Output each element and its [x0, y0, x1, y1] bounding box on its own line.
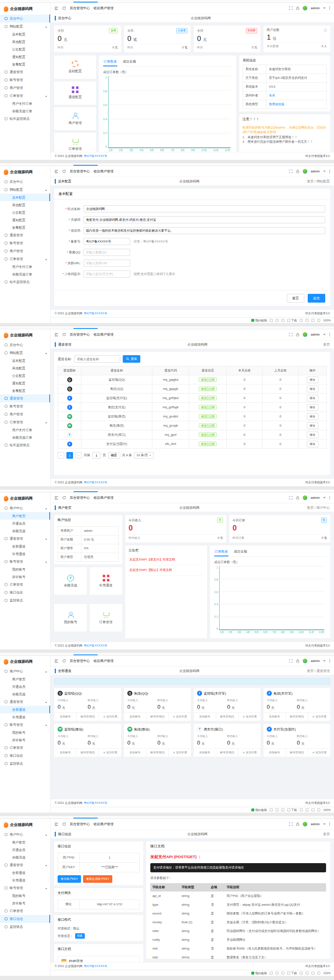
user-menu[interactable]: admin [311, 169, 320, 173]
sidebar-item[interactable]: 后台中心 [0, 178, 50, 186]
sidebar-item[interactable]: 商户中心 ▲ [0, 504, 50, 512]
channel-search-input[interactable] [74, 355, 120, 363]
sidebar-item[interactable]: 常用通道 [0, 550, 50, 558]
toolbar-icon[interactable] [270, 972, 273, 975]
toolbar-icon[interactable] [317, 972, 320, 975]
logo[interactable]: 企业猫源码网 [0, 819, 50, 831]
sidebar-item[interactable]: 开通会员 [0, 520, 50, 527]
sidebar-item[interactable]: 全部通道 [0, 543, 50, 550]
more-dots-icon[interactable] [329, 822, 330, 826]
toolbar-icon[interactable] [306, 319, 309, 322]
more-dots-icon[interactable] [329, 6, 330, 10]
toolbar-icon[interactable] [306, 808, 309, 811]
set-favorite-link[interactable]: ★ 设为常用 [238, 713, 261, 721]
logo[interactable]: 企业猫源码网 [0, 329, 50, 341]
chart-tab[interactable]: 成交金额 [122, 58, 137, 66]
menu-collapse-icon[interactable] [54, 659, 58, 663]
fullscreen-icon[interactable] [289, 496, 293, 500]
fullscreen-icon[interactable] [289, 333, 293, 336]
avatar[interactable] [303, 822, 307, 826]
sidebar-item[interactable]: 接口信息 [0, 589, 50, 596]
sidebar-item[interactable]: 通道管理 ▲ [0, 861, 50, 869]
next-page-button[interactable]: › [75, 452, 82, 459]
sidebar-item[interactable]: 余额充值订单 [0, 107, 50, 115]
sidebar-item[interactable]: 商户首页 [0, 839, 50, 846]
sidebar-item[interactable]: 我的账号 [0, 566, 50, 573]
edit-button[interactable]: 修改 [307, 404, 319, 411]
more-dots-icon[interactable] [329, 496, 330, 500]
logo[interactable]: 企业猫源码网 [0, 3, 50, 15]
php-doc-item[interactable]: PHP PHP语言 [58, 956, 140, 962]
download-icon[interactable] [287, 808, 290, 811]
sidebar-item[interactable]: 开通会员 [0, 846, 50, 854]
chart-tab[interactable]: 订单数量 [103, 58, 117, 66]
avatar[interactable] [303, 6, 307, 10]
logo[interactable]: 企业猫源码网 [0, 166, 50, 178]
edit-button[interactable]: 修改 [307, 413, 319, 420]
sidebar-item[interactable]: 基本配置 [0, 194, 50, 201]
toolbar-icon[interactable] [276, 319, 278, 322]
icp-link[interactable]: 粤ICP备XXXXX号 [84, 480, 107, 485]
lock-icon[interactable] [296, 6, 299, 10]
icp-link[interactable]: 粤ICP备XXXXX号 [84, 801, 107, 805]
sidebar-item[interactable]: 我的账号 [0, 729, 50, 736]
field-input[interactable] [84, 249, 130, 256]
tab-merchant-manage[interactable]: 收款商户管理 [94, 822, 114, 826]
sidebar-item[interactable]: 通道管理 [0, 68, 50, 76]
set-favorite-link[interactable]: ★ 设为常用 [169, 713, 191, 721]
sidebar-item[interactable]: 订单管理 [0, 744, 50, 752]
manage-account-link[interactable]: 账号管理(0) [77, 749, 99, 757]
lock-icon[interactable] [296, 822, 299, 826]
sidebar-item[interactable]: 网站配置 ▲ [0, 186, 50, 194]
manage-account-link[interactable]: 账号管理(0) [286, 713, 309, 721]
sidebar-item[interactable]: 其他配置 [0, 38, 50, 45]
lock-icon[interactable] [296, 169, 299, 173]
menu-collapse-icon[interactable] [54, 496, 58, 500]
icp-link[interactable]: 粤ICP备XXXXX号 [84, 154, 107, 158]
sidebar-item[interactable]: 商户首页 [0, 512, 50, 520]
user-menu[interactable]: admin [311, 333, 320, 336]
icp-link[interactable]: 粤ICP备XXXXX号 [84, 964, 107, 968]
lock-icon[interactable] [296, 333, 299, 336]
menu-collapse-icon[interactable] [54, 333, 58, 336]
add-account-link[interactable]: 添加账号 [194, 749, 216, 757]
reset-button[interactable]: 重置 [287, 294, 304, 303]
sidebar-item[interactable]: 公告配置 [0, 209, 50, 216]
page-size-select[interactable]: 10 条/页▼ [134, 452, 154, 459]
download-label[interactable]: 下载 [291, 971, 297, 975]
manage-account-link[interactable]: 账号管理(0) [216, 749, 239, 757]
sidebar-item[interactable]: 基本配置 [0, 30, 50, 38]
icp-link[interactable]: 粤ICP备XXXXX号 [84, 311, 107, 316]
set-favorite-link[interactable]: ★ 设为常用 [99, 749, 121, 757]
download-label[interactable]: 下载 [291, 808, 297, 812]
sidebar-item[interactable]: 商户中心 ▲ [0, 667, 50, 675]
sidebar-item[interactable]: 常用通道 [0, 713, 50, 721]
chart-tab[interactable]: 成交金额 [233, 548, 248, 556]
sidebar-item[interactable]: 后台中心 [0, 341, 50, 349]
sidebar-item[interactable]: 余额充值 [0, 690, 50, 698]
toolbar-icon[interactable] [276, 808, 278, 811]
chevron-down-icon[interactable] [323, 8, 326, 9]
edit-button[interactable]: 修改 [307, 441, 319, 447]
add-account-link[interactable]: 添加账号 [194, 713, 216, 721]
sidebar-item[interactable]: 站长监控状态 [0, 115, 50, 123]
toolbar-icon[interactable] [281, 972, 284, 975]
chevron-down-icon[interactable] [323, 334, 326, 336]
sidebar-item[interactable]: 账号管理 [0, 76, 50, 84]
edit-button[interactable]: 修改 [307, 395, 319, 402]
menu-collapse-icon[interactable] [54, 170, 58, 173]
sidebar-item[interactable]: 常用通道 [0, 876, 50, 884]
fullscreen-icon[interactable] [289, 659, 293, 663]
toolbar-icon[interactable] [300, 808, 303, 811]
sidebar-item[interactable]: 商户管理 [0, 410, 50, 418]
sidebar-item[interactable]: 通知配置 [0, 379, 50, 387]
refresh-icon[interactable] [62, 822, 66, 826]
chevron-down-icon[interactable] [323, 497, 326, 499]
field-input[interactable] [84, 270, 130, 278]
edit-button[interactable]: 修改 [307, 376, 319, 383]
zoom-level[interactable]: 100% [323, 972, 331, 975]
sidebar-item[interactable]: 公告配置 [0, 45, 50, 53]
my-video-label[interactable]: 我的视频 [255, 318, 267, 323]
sidebar-item[interactable]: 订单管理 [0, 907, 50, 915]
my-video-label[interactable]: 我的视频 [255, 971, 267, 975]
